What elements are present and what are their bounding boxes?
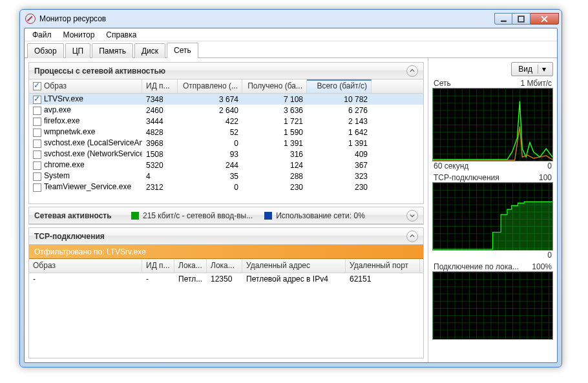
col-image[interactable]: Образ <box>29 79 142 93</box>
client-area: Файл Монитор Справка Обзор ЦП Память Дис… <box>24 28 558 363</box>
col-recv[interactable]: Получено (ба... <box>242 79 307 93</box>
tcp-columns: Образ ИД п... Лока... Лока... Удаленный … <box>29 259 423 273</box>
close-button[interactable] <box>530 13 559 25</box>
table-row[interactable]: svchost.exe (NetworkService)150893316409 <box>29 149 423 160</box>
right-toolbar: Вид ▾ <box>432 62 553 76</box>
row-checkbox[interactable] <box>33 96 41 104</box>
window-controls <box>494 13 559 25</box>
col-sent[interactable]: Отправлено (... <box>178 79 242 93</box>
svg-rect-1 <box>518 16 524 22</box>
filter-bar: Отфильтровано по: LTVSrv.exe <box>29 245 423 259</box>
row-checkbox[interactable] <box>33 183 41 192</box>
tcp-title: TCP-подключения <box>34 232 406 241</box>
col-remote[interactable]: Удаленный адрес <box>242 259 346 273</box>
table-row[interactable]: svchost.exe (LocalServiceAn...396801 391… <box>29 138 423 149</box>
tabstrip: Обзор ЦП Память Диск Сеть <box>25 41 557 58</box>
col-local[interactable]: Лока... <box>174 259 207 273</box>
usage-color-icon <box>264 212 272 220</box>
col-rport[interactable]: Удаленный порт <box>346 259 420 273</box>
graph-max: 1 Мбит/с <box>521 79 552 88</box>
activity-title: Сетевая активность <box>34 211 131 220</box>
collapse-icon[interactable] <box>406 231 418 242</box>
table-row[interactable]: LTVSrv.exe73483 6747 10810 782 <box>29 94 423 105</box>
select-all-checkbox[interactable] <box>33 82 41 90</box>
table-row[interactable]: wmpnetwk.exe4828521 5901 642 <box>29 127 423 138</box>
col-image[interactable]: Образ <box>29 259 142 273</box>
io-color-icon <box>131 212 139 220</box>
graph-local: Подключение по лока... 100% <box>432 262 553 340</box>
graph-network: Сеть 1 Мбит/с 60 секунд 0 <box>432 79 553 171</box>
usage-label: Использование сети: 0% <box>276 211 365 220</box>
row-checkbox[interactable] <box>33 150 41 159</box>
tab-disk[interactable]: Диск <box>134 43 165 58</box>
minimize-button[interactable] <box>494 13 512 25</box>
table-row[interactable]: avp.exe24602 6403 6366 276 <box>29 105 423 116</box>
tcp-panel: TCP-подключения Отфильтровано по: LTVSrv… <box>28 227 424 358</box>
graph-tcp: TCP-подключения 100 0 <box>432 173 553 260</box>
view-button[interactable]: Вид ▾ <box>511 62 553 76</box>
graph-title: Подключение по лока... <box>434 262 519 271</box>
app-icon <box>25 14 36 24</box>
graph-canvas <box>432 271 553 340</box>
menubar: Файл Монитор Справка <box>25 28 557 41</box>
tab-network[interactable]: Сеть <box>167 43 198 58</box>
table-row[interactable]: firefox.exe34444221 7212 143 <box>29 116 423 127</box>
row-checkbox[interactable] <box>33 129 41 137</box>
titlebar[interactable]: Монитор ресурсов <box>20 10 562 28</box>
chevron-down-icon: ▾ <box>538 65 546 74</box>
graph-max: 100 <box>539 173 552 182</box>
left-pane: Процессы с сетевой активностью Образ ИД … <box>25 58 428 362</box>
filter-text: Отфильтровано по: LTVSrv.exe <box>34 247 146 256</box>
row-checkbox[interactable] <box>33 118 41 126</box>
body: Процессы с сетевой активностью Образ ИД … <box>25 58 557 362</box>
table-row[interactable]: TeamViewer_Service.exe23120230230 <box>29 181 423 192</box>
table-row[interactable]: chrome.exe5320244124367 <box>29 160 423 171</box>
processes-rows: LTVSrv.exe73483 6747 10810 782avp.exe246… <box>29 94 423 192</box>
maximize-button[interactable] <box>512 13 530 25</box>
tcp-rows: --Петл...12350Петлевой адрес в IPv462151 <box>29 273 423 284</box>
processes-panel: Процессы с сетевой активностью Образ ИД … <box>28 62 424 204</box>
processes-header[interactable]: Процессы с сетевой активностью <box>29 63 423 79</box>
col-lport[interactable]: Лока... <box>207 259 242 273</box>
row-checkbox[interactable] <box>33 107 41 115</box>
col-total[interactable]: Всего (байт/с) <box>307 79 372 93</box>
activity-header[interactable]: Сетевая активность 215 кбит/с - сетевой … <box>29 207 423 224</box>
expand-icon[interactable] <box>406 210 418 222</box>
row-checkbox[interactable] <box>33 161 41 170</box>
row-checkbox[interactable] <box>33 172 41 181</box>
menu-monitor[interactable]: Монитор <box>58 29 100 41</box>
right-pane: Вид ▾ Сеть 1 Мбит/с <box>428 58 557 362</box>
tab-cpu[interactable]: ЦП <box>65 43 91 58</box>
graph-title: TCP-подключения <box>434 173 499 182</box>
processes-title: Процессы с сетевой активностью <box>34 67 406 76</box>
menu-help[interactable]: Справка <box>101 29 142 41</box>
col-pid[interactable]: ИД п... <box>142 79 178 93</box>
graph-title: Сеть <box>434 79 451 88</box>
window-title: Монитор ресурсов <box>39 14 494 23</box>
collapse-icon[interactable] <box>406 65 418 77</box>
tab-overview[interactable]: Обзор <box>27 43 64 58</box>
activity-panel: Сетевая активность 215 кбит/с - сетевой … <box>28 207 424 225</box>
processes-columns: Образ ИД п... Отправлено (... Получено (… <box>29 79 423 94</box>
io-label: 215 кбит/с - сетевой ввод-вы... <box>143 211 253 220</box>
table-row[interactable]: --Петл...12350Петлевой адрес в IPv462151 <box>29 273 423 284</box>
graph-canvas <box>432 182 553 251</box>
col-pid[interactable]: ИД п... <box>142 259 174 273</box>
graph-canvas <box>432 88 553 161</box>
menu-file[interactable]: Файл <box>27 29 57 41</box>
row-checkbox[interactable] <box>33 140 41 148</box>
svg-rect-0 <box>501 20 507 21</box>
graph-max: 100% <box>532 262 552 271</box>
tab-memory[interactable]: Память <box>92 43 133 58</box>
window: Монитор ресурсов Файл Монитор Справка Об… <box>19 9 562 367</box>
tcp-header[interactable]: TCP-подключения <box>29 228 423 245</box>
table-row[interactable]: System435288323 <box>29 171 423 181</box>
